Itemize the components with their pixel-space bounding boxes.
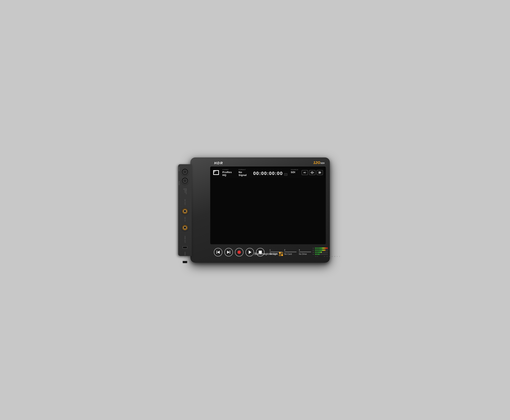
vu-seg <box>322 254 323 255</box>
format-value: No Signal <box>239 171 250 176</box>
vu-seg <box>325 248 327 249</box>
timecode-group: 00:00:00:00 TC <box>253 171 287 176</box>
vu-seg <box>320 254 321 255</box>
device-body: PUSH PUSH ANALOG AUDIO IN SDI OUT SDI IN… <box>190 158 330 263</box>
skip-forward-bar <box>230 251 230 254</box>
skip-back-button[interactable] <box>214 248 222 256</box>
slot-2-number: 2 <box>284 249 285 251</box>
bnc-sdi-in <box>182 224 188 231</box>
main-screen: CODEC ProRes HQ FORMAT No Signal 00:00:0… <box>210 167 325 244</box>
vu-seg <box>317 254 318 255</box>
svg-rect-4 <box>313 172 313 173</box>
record-button[interactable] <box>235 248 243 256</box>
vu-seg <box>324 248 325 249</box>
skip-forward-tri <box>227 251 230 254</box>
source-label: SOURCE <box>291 169 298 171</box>
slot-2-status: No Card <box>284 253 292 255</box>
vu-seg <box>325 254 327 255</box>
vu-seg <box>322 249 323 251</box>
slot-2-bar <box>284 252 296 252</box>
vu-row-3: 3 <box>313 252 340 253</box>
hdmi-ports: HDMI OUT HDMI IN <box>183 235 187 263</box>
codec-value: ProRes HQ <box>222 171 235 176</box>
svg-rect-1 <box>311 172 311 173</box>
slot-1-number: 1 <box>270 249 271 251</box>
vu-seg <box>324 254 325 255</box>
vu-seg <box>315 248 316 249</box>
vu-seg <box>321 252 322 253</box>
vu-seg <box>318 249 319 251</box>
grill-dot <box>253 255 254 255</box>
vu-ch4-bars <box>315 254 328 255</box>
vu-seg <box>317 248 318 249</box>
vu-seg <box>318 254 319 255</box>
svg-rect-2 <box>311 172 312 173</box>
bmd-sq-filled-2 <box>281 254 283 256</box>
vu-seg <box>315 252 316 253</box>
bmd-sq-outline-2 <box>279 254 281 256</box>
analog-audio-label: ANALOG AUDIO IN <box>183 188 187 194</box>
timecode-label <box>253 169 287 171</box>
slot-3-number: 3 <box>299 249 300 251</box>
vu-ch2-bars <box>315 249 328 251</box>
vu-seg <box>315 254 316 255</box>
status-icons: AC <box>302 170 323 175</box>
bnc-ports: SDI OUT SDI IN <box>182 199 188 231</box>
hdmi-in-label: HDMI IN <box>185 252 186 258</box>
vu-seg <box>323 249 324 251</box>
vu-ch2-label: 2 <box>313 249 315 251</box>
bmd-sq-filled-1 <box>279 252 281 254</box>
vu-seg <box>327 252 328 253</box>
vu-seg <box>316 248 317 249</box>
play-icon <box>249 250 251 254</box>
format-label: FORMAT <box>239 169 250 171</box>
vu-seg <box>323 254 324 255</box>
grill-dot <box>250 255 250 255</box>
timecode-value: 00:00:00:00 <box>253 171 283 176</box>
bmd-logo: Blackmagicdesign <box>254 252 283 256</box>
vu-seg <box>317 252 318 253</box>
vu-seg <box>320 252 321 253</box>
vu-row-2: 2 <box>313 249 340 251</box>
vu-seg <box>317 249 318 251</box>
skip-forward-icon <box>227 251 230 254</box>
vu-seg <box>327 249 328 251</box>
bnc-sdi-out <box>182 208 188 214</box>
settings-button[interactable] <box>317 170 323 175</box>
sdi-suffix-text: SDI <box>320 162 325 165</box>
bmd-brand-text: Blackmagicdesign <box>254 252 278 255</box>
sdi-out-label: SDI OUT <box>185 199 186 205</box>
ac-button[interactable]: AC <box>302 170 308 175</box>
storage-slot-2: 2 No Card <box>284 249 296 255</box>
skip-back-bar <box>216 251 217 254</box>
slot-3-status: No Drive <box>299 253 307 255</box>
vu-row-1: 1 <box>313 248 340 249</box>
hdr-label: HDR <box>214 161 223 165</box>
bmd-icon-bottom <box>279 254 283 256</box>
skip-forward-button[interactable] <box>224 248 233 256</box>
source-value: SDI <box>291 171 298 173</box>
svg-point-10 <box>320 172 321 173</box>
source-item: SOURCE SDI <box>291 169 298 173</box>
status-bar: CODEC ProRes HQ FORMAT No Signal 00:00:0… <box>210 167 325 178</box>
sdi-label: 12G SDI <box>313 160 325 165</box>
waveform-button[interactable] <box>309 170 315 175</box>
vu-seg <box>323 252 324 253</box>
record-icon <box>238 250 241 254</box>
hdmi-out-label: HDMI OUT <box>185 236 186 243</box>
vu-seg <box>327 254 328 255</box>
vu-ch3-bars <box>315 252 328 253</box>
vu-seg <box>320 248 321 249</box>
vu-seg <box>323 248 324 249</box>
vu-seg <box>324 252 325 253</box>
tc-badge: TC <box>284 173 287 176</box>
vu-seg <box>322 248 323 249</box>
hdmi-out-port <box>183 246 187 249</box>
xlr-ports <box>181 168 189 185</box>
push-label-mid: PUSH <box>178 181 180 185</box>
storage-slot-3: 3 No Drive <box>299 249 311 255</box>
vu-seg <box>318 252 319 253</box>
xlr-port-2 <box>181 168 189 176</box>
timecode-item: 00:00:00:00 TC <box>253 169 287 176</box>
vu-seg <box>315 249 316 251</box>
